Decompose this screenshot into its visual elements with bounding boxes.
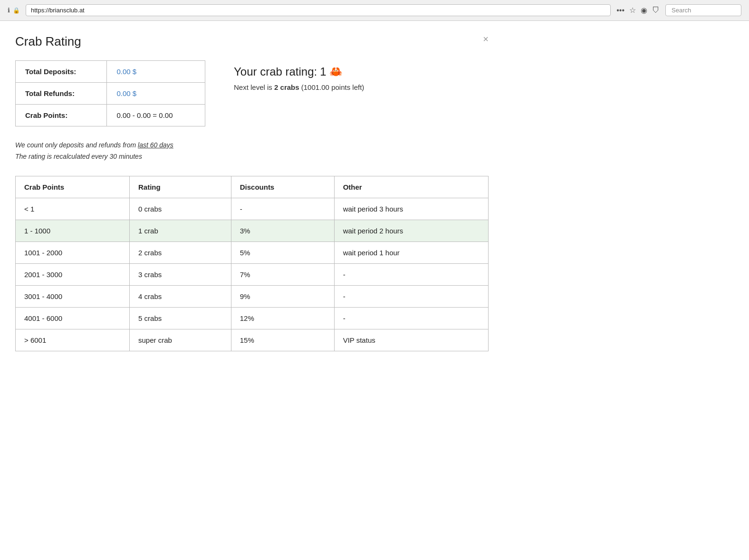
- table-cell-other: wait period 2 hours: [334, 220, 488, 241]
- table-row: 1001 - 20002 crabs5%wait period 1 hour: [16, 241, 489, 263]
- crab-rating-level: 1: [320, 65, 326, 78]
- stats-table: Total Deposits:0.00 $Total Refunds:0.00 …: [15, 60, 205, 126]
- table-cell-points: 1001 - 2000: [16, 241, 130, 263]
- dots-menu-icon[interactable]: •••: [616, 6, 624, 15]
- note-link[interactable]: last 60 days: [138, 141, 173, 149]
- next-level-suffix: (1001.00 points left): [301, 83, 365, 91]
- crab-rating-sub: Next level is 2 crabs (1001.00 points le…: [234, 83, 364, 91]
- crab-rating-main: Your crab rating: 1 🦀: [234, 65, 364, 78]
- table-cell-points: 1 - 1000: [16, 220, 130, 241]
- table-cell-rating: 3 crabs: [130, 263, 231, 285]
- stats-value: 0.00 $: [107, 61, 205, 83]
- table-cell-other: -: [334, 285, 488, 307]
- table-cell-rating: 4 crabs: [130, 285, 231, 307]
- browser-chrome: ℹ 🔒 https://briansclub.at ••• ☆ ◉ ⛉ Sear…: [0, 0, 749, 21]
- browser-security-icons: ℹ 🔒: [8, 7, 20, 14]
- table-cell-rating: 0 crabs: [130, 198, 231, 220]
- rating-table-header: Crab Points: [16, 176, 130, 198]
- rating-table: Crab PointsRatingDiscountsOther < 10 cra…: [15, 176, 489, 351]
- url-bar[interactable]: https://briansclub.at: [26, 4, 611, 16]
- table-cell-discounts: 5%: [231, 241, 334, 263]
- table-cell-points: 2001 - 3000: [16, 263, 130, 285]
- next-level-prefix: Next level is: [234, 83, 272, 91]
- table-cell-rating: 2 crabs: [130, 241, 231, 263]
- stats-value: 0.00 - 0.00 = 0.00: [107, 105, 205, 126]
- table-cell-other: wait period 1 hour: [334, 241, 488, 263]
- table-cell-rating: 1 crab: [130, 220, 231, 241]
- note-line2: The rating is recalculated every 30 minu…: [15, 151, 489, 163]
- table-row: 1 - 10001 crab3%wait period 2 hours: [16, 220, 489, 241]
- table-cell-discounts: 3%: [231, 220, 334, 241]
- close-button[interactable]: ×: [483, 34, 489, 44]
- stats-label: Total Refunds:: [16, 83, 107, 105]
- top-section: Total Deposits:0.00 $Total Refunds:0.00 …: [15, 60, 489, 126]
- rating-table-header: Other: [334, 176, 488, 198]
- note: We count only deposits and refunds from …: [15, 140, 489, 163]
- search-bar[interactable]: Search: [665, 4, 741, 16]
- table-cell-other: -: [334, 263, 488, 285]
- table-cell-other: VIP status: [334, 329, 488, 351]
- table-cell-points: < 1: [16, 198, 130, 220]
- table-cell-discounts: 15%: [231, 329, 334, 351]
- table-cell-points: 4001 - 6000: [16, 307, 130, 329]
- stats-label: Crab Points:: [16, 105, 107, 126]
- note-line1: We count only deposits and refunds from …: [15, 140, 489, 151]
- next-level-bold: 2 crabs: [274, 83, 299, 91]
- table-cell-discounts: -: [231, 198, 334, 220]
- table-cell-points: > 6001: [16, 329, 130, 351]
- rating-table-header: Discounts: [231, 176, 334, 198]
- table-row: 2001 - 30003 crabs7%-: [16, 263, 489, 285]
- table-cell-rating: super crab: [130, 329, 231, 351]
- page-header: Crab Rating ×: [15, 34, 489, 49]
- table-row: 3001 - 40004 crabs9%-: [16, 285, 489, 307]
- crab-emoji: 🦀: [329, 66, 342, 78]
- table-row: > 6001super crab15%VIP status: [16, 329, 489, 351]
- shield-icon[interactable]: ⛉: [652, 6, 660, 15]
- table-cell-points: 3001 - 4000: [16, 285, 130, 307]
- url-text: https://briansclub.at: [31, 7, 85, 14]
- table-cell-other: -: [334, 307, 488, 329]
- table-cell-other: wait period 3 hours: [334, 198, 488, 220]
- table-row: 4001 - 60005 crabs12%-: [16, 307, 489, 329]
- table-row: < 10 crabs-wait period 3 hours: [16, 198, 489, 220]
- rating-table-header: Rating: [130, 176, 231, 198]
- bookmark-icon[interactable]: ☆: [629, 6, 636, 15]
- page-content: Crab Rating × Total Deposits:0.00 $Total…: [0, 21, 504, 365]
- crab-rating-display: Your crab rating: 1 🦀 Next level is 2 cr…: [234, 60, 364, 91]
- reader-icon[interactable]: ◉: [641, 6, 647, 15]
- note-line1-prefix: We count only deposits and refunds from: [15, 141, 138, 149]
- page-title: Crab Rating: [15, 34, 81, 49]
- lock-icon: 🔒: [13, 7, 20, 14]
- table-cell-discounts: 9%: [231, 285, 334, 307]
- table-cell-discounts: 7%: [231, 263, 334, 285]
- table-cell-discounts: 12%: [231, 307, 334, 329]
- search-placeholder: Search: [672, 7, 691, 14]
- table-cell-rating: 5 crabs: [130, 307, 231, 329]
- info-icon: ℹ: [8, 7, 10, 14]
- stats-label: Total Deposits:: [16, 61, 107, 83]
- stats-value: 0.00 $: [107, 83, 205, 105]
- crab-rating-prefix: Your crab rating:: [234, 65, 317, 78]
- browser-right-icons: ••• ☆ ◉ ⛉: [616, 6, 660, 15]
